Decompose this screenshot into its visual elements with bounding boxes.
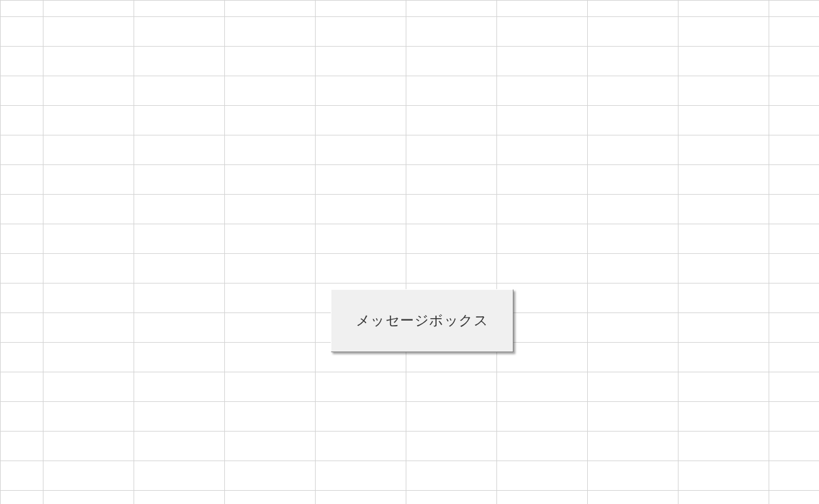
message-box-button[interactable]: メッセージボックス (331, 289, 513, 352)
grid-line-horizontal (0, 105, 819, 106)
grid-line-horizontal (0, 0, 819, 1)
grid-line-horizontal (0, 46, 819, 47)
grid-line-horizontal (0, 283, 819, 284)
grid-line-horizontal (0, 164, 819, 165)
grid-line-horizontal (0, 401, 819, 402)
grid-line-horizontal (0, 461, 819, 461)
button-label: メッセージボックス (356, 311, 489, 330)
grid-line-horizontal (0, 76, 819, 76)
grid-line-horizontal (0, 253, 819, 254)
grid-line-horizontal (0, 490, 819, 491)
grid-line-horizontal (0, 224, 819, 224)
spreadsheet-grid[interactable] (0, 0, 819, 504)
grid-line-horizontal (0, 16, 819, 17)
grid-line-horizontal (0, 431, 819, 432)
grid-line-horizontal (0, 194, 819, 195)
grid-line-horizontal (0, 372, 819, 372)
grid-line-horizontal (0, 135, 819, 135)
